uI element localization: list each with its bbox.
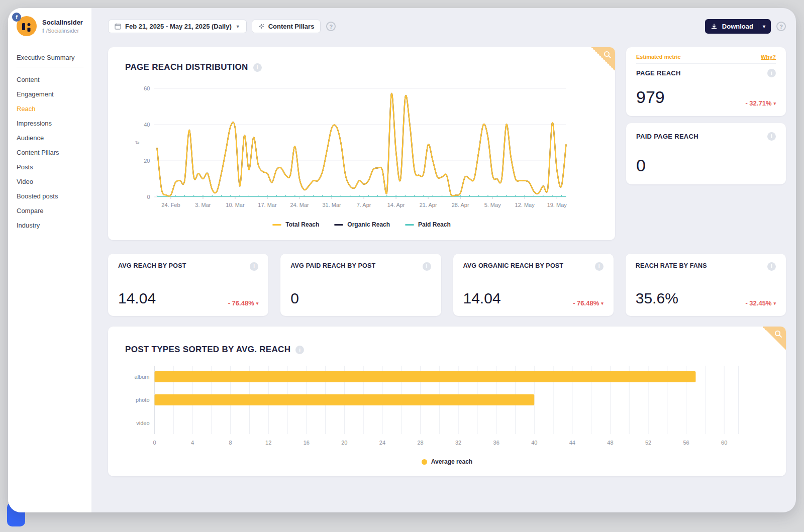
download-icon <box>711 23 718 30</box>
info-icon[interactable]: i <box>595 262 604 271</box>
app-window: f Socialinsider f/Socialinsider Executiv… <box>8 8 796 512</box>
svg-text:4: 4 <box>191 440 194 446</box>
legend-dash-icon <box>405 224 414 226</box>
page-reach-distribution-card: PAGE REACH DISTRIBUTION i 0204060#24. Fe… <box>108 47 615 240</box>
svg-text:40: 40 <box>531 440 537 446</box>
svg-text:8: 8 <box>229 440 232 446</box>
legend-dot-icon <box>422 459 427 465</box>
svg-text:48: 48 <box>607 440 613 446</box>
svg-text:28. Apr: 28. Apr <box>452 202 469 208</box>
sidebar-item-engagement[interactable]: Engagement <box>17 87 91 101</box>
svg-text:7. Apr: 7. Apr <box>357 202 371 208</box>
topbar: Feb 21, 2025 - May 21, 2025 (Daily) ▼ Co… <box>108 19 786 34</box>
svg-text:photo: photo <box>136 397 150 403</box>
svg-text:52: 52 <box>645 440 651 446</box>
metric-cards-row: AVG REACH BY POST i 14.04 - 76.48% ▾ AVG… <box>108 254 786 316</box>
post-types-card: POST TYPES SORTED BY AVG. REACH i 048121… <box>108 327 786 476</box>
sidebar-item-content[interactable]: Content <box>17 72 91 87</box>
sidebar: f Socialinsider f/Socialinsider Executiv… <box>8 8 91 512</box>
sidebar-item-impressions[interactable]: Impressions <box>17 116 91 131</box>
profile-handle-text: /Socialinsider <box>46 28 79 34</box>
sidebar-item-posts[interactable]: Posts <box>17 160 91 174</box>
legend-label: Average reach <box>431 458 472 465</box>
info-icon[interactable]: i <box>423 262 431 271</box>
info-icon[interactable]: i <box>295 346 304 354</box>
svg-text:20: 20 <box>341 440 347 446</box>
calendar-icon <box>115 23 121 30</box>
svg-text:album: album <box>135 374 150 380</box>
svg-text:24. Feb: 24. Feb <box>161 202 180 208</box>
sidebar-item-industry[interactable]: Industry <box>17 218 91 233</box>
svg-text:32: 32 <box>455 440 461 446</box>
svg-text:3. Mar: 3. Mar <box>195 202 211 208</box>
metric-value: 0 <box>290 290 299 307</box>
legend-dash-icon <box>272 224 281 226</box>
paid-page-reach-value: 0 <box>636 156 646 175</box>
sidebar-item-boosted-posts[interactable]: Boosted posts <box>17 189 91 203</box>
page-title: PAGE REACH DISTRIBUTION <box>125 62 248 72</box>
metric-card-avg-organic-reach-by-post: AVG ORGANIC REACH BY POST i 14.04 - 76.4… <box>453 254 614 316</box>
info-icon[interactable]: i <box>250 262 258 271</box>
caret-down-icon: ▾ <box>256 301 259 306</box>
sidebar-item-reach[interactable]: Reach <box>17 101 91 116</box>
svg-text:14. Apr: 14. Apr <box>387 202 405 208</box>
sidebar-divider <box>17 67 83 67</box>
page-reach-kpi-card: Estimated metric Why? PAGE REACH i 979 -… <box>626 47 786 116</box>
metric-title: AVG PAID REACH BY POST <box>290 262 375 269</box>
legend-item-paid-reach[interactable]: Paid Reach <box>405 221 451 228</box>
caret-down-icon: ▾ <box>763 24 765 29</box>
sidebar-item-executive-summary[interactable]: Executive Summary <box>17 50 91 65</box>
caret-down-icon: ▾ <box>773 301 776 306</box>
svg-text:video: video <box>136 420 149 426</box>
info-icon[interactable]: i <box>253 63 262 72</box>
line-chart-legend: Total ReachOrganic ReachPaid Reach <box>125 221 598 228</box>
metric-value: 14.04 <box>463 290 501 307</box>
metric-change[interactable]: - 76.48% ▾ <box>573 299 604 307</box>
content-pillars-button[interactable]: Content Pillars <box>252 20 321 33</box>
info-icon[interactable]: i <box>767 262 776 271</box>
kpi-column: Estimated metric Why? PAGE REACH i 979 -… <box>626 47 786 184</box>
help-icon[interactable]: ? <box>776 22 786 31</box>
legend-item-total-reach[interactable]: Total Reach <box>272 221 319 228</box>
change-value: - 32.45% <box>745 299 771 307</box>
date-range-picker[interactable]: Feb 21, 2025 - May 21, 2025 (Daily) ▼ <box>108 20 247 33</box>
svg-text:0: 0 <box>147 194 150 200</box>
expand-chart-button[interactable] <box>591 47 615 71</box>
sidebar-item-compare[interactable]: Compare <box>17 203 91 218</box>
page-reach-change[interactable]: - 32.71% ▾ <box>745 99 776 107</box>
metric-title: REACH RATE BY FANS <box>636 262 707 269</box>
svg-text:31. Mar: 31. Mar <box>322 202 341 208</box>
help-icon[interactable]: ? <box>326 22 336 31</box>
change-value: - 76.48% <box>228 299 254 307</box>
content-pillars-label: Content Pillars <box>268 23 315 30</box>
svg-text:40: 40 <box>144 122 150 128</box>
change-value: - 76.48% <box>573 299 599 307</box>
legend-item-average-reach[interactable]: Average reach <box>422 458 472 465</box>
svg-text:17. Mar: 17. Mar <box>258 202 277 208</box>
kpi-title: PAID PAGE REACH <box>636 133 698 140</box>
svg-text:24. Mar: 24. Mar <box>290 202 309 208</box>
download-button[interactable]: Download ▾ <box>705 19 771 34</box>
legend-item-organic-reach[interactable]: Organic Reach <box>334 221 390 228</box>
svg-text:10. Mar: 10. Mar <box>226 202 245 208</box>
expand-chart-button[interactable] <box>762 327 786 350</box>
magnifier-icon <box>604 51 612 59</box>
metric-change[interactable]: - 32.45% ▾ <box>745 299 776 307</box>
page-reach-line-chart[interactable]: 0204060#24. Feb3. Mar10. Mar17. Mar24. M… <box>125 81 598 213</box>
sidebar-item-content-pillars[interactable]: Content Pillars <box>17 145 91 160</box>
sidebar-item-video[interactable]: Video <box>17 174 91 189</box>
why-link[interactable]: Why? <box>761 54 776 60</box>
facebook-badge-icon: f <box>12 13 21 22</box>
metric-value: 35.6% <box>636 290 678 307</box>
sidebar-item-audience[interactable]: Audience <box>17 131 91 145</box>
profile-header[interactable]: f Socialinsider f/Socialinsider <box>17 16 91 36</box>
info-icon[interactable]: i <box>767 132 776 141</box>
post-types-bar-chart[interactable]: 04812162024283236404448525660albumphotov… <box>125 364 769 450</box>
svg-text:44: 44 <box>569 440 575 446</box>
download-label: Download <box>722 23 753 30</box>
metric-change[interactable]: - 76.48% ▾ <box>228 299 259 307</box>
page-reach-value: 979 <box>636 87 665 107</box>
svg-text:16: 16 <box>304 440 310 446</box>
info-icon[interactable]: i <box>767 69 776 77</box>
caret-down-icon: ▼ <box>236 24 240 29</box>
